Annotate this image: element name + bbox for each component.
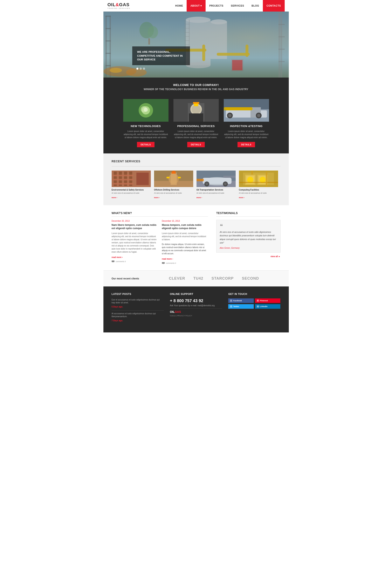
service-card-2: PROFESSIONAL SERVICES Lorem ipsum dolor … bbox=[174, 99, 219, 147]
client-logo-4: SECOND bbox=[242, 276, 259, 281]
news-heading-1: Nam libero tempore, cum soluta nobis est… bbox=[112, 223, 158, 230]
service-btn-1[interactable]: Details bbox=[137, 142, 155, 147]
quote-mark: ❝ bbox=[220, 223, 277, 229]
social-grid: f Facebook P Pinterest t Twitter in Link… bbox=[228, 299, 280, 309]
service-btn-3[interactable]: Details bbox=[238, 142, 255, 147]
view-all: view all ► bbox=[216, 254, 280, 258]
footer-support: ONLINE SUPPORT + 8 800 757 43 92 Ask You… bbox=[170, 293, 222, 324]
footer-phone: + 8 800 757 43 92 bbox=[170, 299, 222, 303]
nav-projects[interactable]: PROJECTS bbox=[206, 0, 227, 12]
service-img-1 bbox=[123, 99, 168, 122]
recent-desc-3: At vero eos et accusamus et iusto bbox=[196, 192, 236, 194]
recent-more-1[interactable]: more › bbox=[112, 196, 118, 199]
recent-card-2: Offshore Drilling Services At vero eos e… bbox=[154, 171, 193, 199]
svg-rect-96 bbox=[266, 172, 268, 187]
svg-rect-23 bbox=[278, 24, 285, 25]
svg-point-81 bbox=[206, 183, 208, 185]
social-pinterest[interactable]: P Pinterest bbox=[255, 299, 280, 303]
footer-email: Ask Your questions by e-mail: mail@demol… bbox=[170, 305, 222, 307]
news-testimonials-section: WHAT'S NEW? December 20, 2013 Nam libero… bbox=[104, 205, 289, 270]
clients-label: Our most recent clients bbox=[112, 277, 139, 280]
clients-section: Our most recent clients CLEVER TU42 STAR… bbox=[104, 270, 289, 286]
hero-heading: WE ARE PROFESSIONAL, COMPETITIVE AND COM… bbox=[137, 50, 185, 62]
svg-rect-67 bbox=[113, 183, 133, 185]
recent-card-4: Computing Facilities At vero eos et accu… bbox=[239, 171, 278, 199]
footer-policy[interactable]: PRIVACY POLICY bbox=[177, 315, 192, 317]
nav-services[interactable]: SERVICES bbox=[227, 0, 248, 12]
svg-rect-37 bbox=[185, 45, 190, 45]
hero-dots bbox=[136, 68, 145, 70]
svg-rect-74 bbox=[178, 177, 181, 178]
read-more-1[interactable]: read more › bbox=[112, 256, 123, 258]
social-linkedin[interactable]: in LinkedIn bbox=[255, 304, 280, 309]
svg-rect-35 bbox=[185, 36, 190, 37]
footer-copy: ©2013 bbox=[170, 315, 176, 317]
service-title-1: NEW TECHNOLOGIES bbox=[123, 125, 168, 128]
client-logo-1: CLEVER bbox=[169, 276, 185, 281]
comment-icon-1 bbox=[112, 260, 114, 262]
hero-dot-1[interactable] bbox=[136, 68, 138, 70]
recent-more-3[interactable]: more › bbox=[196, 196, 202, 199]
news-item-1: December 20, 2013 Nam libero tempore, cu… bbox=[112, 220, 158, 264]
svg-rect-49 bbox=[189, 113, 203, 122]
recent-grid: Environmental & Safety Services At vero … bbox=[112, 171, 280, 199]
social-facebook[interactable]: f Facebook bbox=[228, 299, 254, 303]
hero-dot-3[interactable] bbox=[143, 68, 145, 70]
welcome-section: WELCOME TO OUR COMPANY! WINNER OF THE TE… bbox=[104, 78, 289, 95]
footer-latest-posts: LATEST POSTS Ese et accusamus et iusto o… bbox=[112, 293, 164, 324]
facebook-icon: f bbox=[230, 300, 232, 302]
svg-point-55 bbox=[228, 114, 232, 117]
footer-links: ©2013 | PRIVACY POLICY bbox=[170, 315, 222, 317]
nav-blog[interactable]: BLOG bbox=[248, 0, 263, 12]
facebook-label: Facebook bbox=[233, 300, 242, 302]
svg-point-29 bbox=[110, 68, 122, 73]
recent-card-3: Oil Transportation Services At vero eos … bbox=[196, 171, 236, 199]
testimonials-section: TESTIMONIALS ❝ At vero eos et accusamus … bbox=[216, 211, 280, 264]
social-twitter[interactable]: t Twitter bbox=[228, 304, 254, 309]
footer-post-2: At accusamus et iusto odignissimos ducim… bbox=[112, 312, 164, 322]
twitter-icon: t bbox=[230, 305, 232, 308]
nav-home[interactable]: HOME bbox=[172, 0, 187, 12]
recent-more-2[interactable]: more › bbox=[154, 196, 160, 199]
recent-card-1: Environmental & Safety Services At vero … bbox=[112, 171, 151, 199]
svg-rect-72 bbox=[170, 173, 177, 185]
recent-img-1 bbox=[112, 171, 151, 187]
recent-desc-2: At vero eos et accusamus et iusto bbox=[154, 192, 193, 194]
service-desc-2: Lorem ipsum dolor sit amet, consectetur … bbox=[174, 130, 219, 139]
whats-new-section: WHAT'S NEW? December 20, 2013 Nam libero… bbox=[112, 211, 208, 264]
recent-img-4 bbox=[239, 171, 278, 187]
svg-rect-73 bbox=[166, 177, 170, 178]
nav-contacts[interactable]: CONTACTS bbox=[263, 0, 285, 12]
service-btn-2[interactable]: Details bbox=[187, 142, 205, 147]
logo-subtitle: TRADING SERVICES bbox=[108, 8, 130, 9]
svg-rect-33 bbox=[185, 28, 190, 29]
hero-section: WE ARE PROFESSIONAL, COMPETITIVE AND COM… bbox=[104, 12, 289, 78]
svg-rect-14 bbox=[217, 53, 250, 56]
service-card-1: NEW TECHNOLOGIES Lorem ipsum dolor sit a… bbox=[123, 99, 168, 147]
pinterest-icon: P bbox=[257, 300, 259, 302]
svg-rect-85 bbox=[223, 176, 236, 178]
svg-rect-15 bbox=[246, 45, 248, 57]
svg-rect-17 bbox=[232, 60, 242, 70]
testimonials-box: ❝ At vero eos et accusamus et iusto odio… bbox=[216, 220, 280, 253]
svg-rect-26 bbox=[278, 61, 285, 62]
svg-rect-25 bbox=[278, 49, 285, 50]
recent-img-2 bbox=[154, 171, 193, 187]
footer-social: GET IN TOUCH f Facebook P Pinterest t Tw… bbox=[228, 293, 280, 324]
footer-divider-2 bbox=[170, 308, 222, 309]
svg-point-42 bbox=[144, 108, 148, 112]
view-all-link[interactable]: view all ► bbox=[270, 255, 280, 257]
service-desc-3: Lorem ipsum dolor sit amet, consectetur … bbox=[224, 130, 269, 139]
clients-logos: CLEVER TU42 STARCORP SECOND bbox=[148, 276, 280, 281]
svg-rect-36 bbox=[185, 41, 190, 41]
client-logo-3: STARCORP bbox=[212, 276, 234, 281]
hero-dot-2[interactable] bbox=[140, 68, 142, 70]
read-more-2[interactable]: read more › bbox=[162, 258, 173, 260]
footer-support-title: ONLINE SUPPORT bbox=[170, 293, 222, 296]
nav-about[interactable]: ABOUT ▾ bbox=[187, 0, 206, 12]
news-extra-2: Ex dolore magna aliqua. Ut enim enim ven… bbox=[162, 243, 208, 255]
recent-more-4[interactable]: more › bbox=[239, 196, 245, 199]
whats-new-title: WHAT'S NEW? bbox=[112, 211, 208, 216]
linkedin-icon: in bbox=[257, 305, 259, 308]
footer-post-days-1: 5 Days ago. bbox=[112, 306, 123, 308]
